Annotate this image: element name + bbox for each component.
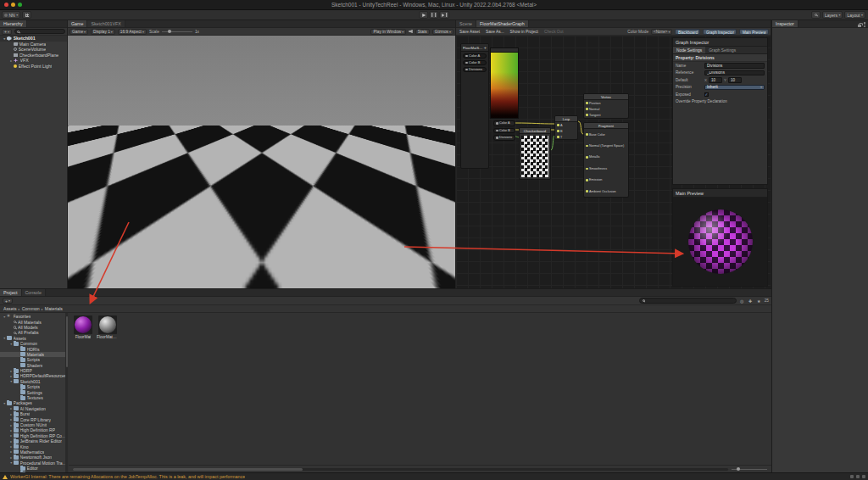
search-by-label-icon[interactable]: ✚ xyxy=(748,298,754,304)
expander[interactable]: ▸ xyxy=(9,417,14,421)
check-out-button[interactable]: Check Out xyxy=(542,30,565,34)
blackboard-property[interactable]: Color B xyxy=(463,60,487,66)
game-target-dropdown[interactable]: Game▾ xyxy=(70,29,88,35)
aspect-dropdown[interactable]: 16:9 Aspect▾ xyxy=(118,29,147,35)
main-preview-viewport[interactable] xyxy=(673,198,767,286)
node-port-row[interactable]: B xyxy=(555,128,577,134)
tab-inspector[interactable]: Inspector xyxy=(772,20,798,27)
play-button[interactable] xyxy=(419,11,428,19)
main-preview-toggle[interactable]: Main Preview xyxy=(739,29,769,35)
console-icon[interactable] xyxy=(850,475,854,478)
tab-game[interactable]: Game xyxy=(68,20,87,27)
breadcrumb-assets[interactable]: Assets xyxy=(3,306,17,311)
expander[interactable]: ▸ xyxy=(9,406,14,410)
play-mode-dropdown[interactable]: Play in Window▾ xyxy=(370,29,406,35)
exposed-checkbox[interactable] xyxy=(704,92,709,97)
hierarchy-search-input[interactable] xyxy=(14,29,65,35)
add-property-button[interactable]: + xyxy=(484,46,487,49)
gizmos-dropdown[interactable]: Gizmos▾ xyxy=(432,29,453,35)
layers-dropdown[interactable]: Layers ▾ xyxy=(822,11,843,19)
node-port-row[interactable]: Emission xyxy=(584,175,628,186)
blackboard-property[interactable]: Divisions xyxy=(463,67,487,73)
show-in-project-button[interactable]: Show in Project xyxy=(509,30,540,34)
expander[interactable]: ▸ xyxy=(9,455,14,460)
expander[interactable]: ▸ xyxy=(9,412,14,416)
tab-console[interactable]: Console xyxy=(22,289,46,296)
activity-icon[interactable] xyxy=(856,475,860,478)
fragment-master-stack[interactable]: Fragment Base ColorNormal (Tangent Space… xyxy=(583,122,629,198)
expander[interactable]: ▸ xyxy=(9,423,14,427)
status-message[interactable]: WorkerGI Internal: There are remaining A… xyxy=(10,474,245,479)
search-button[interactable] xyxy=(811,11,821,19)
node-port-row[interactable]: T xyxy=(555,134,577,140)
tab-scene[interactable]: Scene xyxy=(456,20,476,27)
search-by-type-icon[interactable]: ◎ xyxy=(739,298,745,304)
name-field[interactable] xyxy=(704,63,765,69)
mute-audio-icon[interactable] xyxy=(409,30,413,34)
node-port-row[interactable]: Base Color xyxy=(584,129,628,140)
default-x-field[interactable] xyxy=(709,77,722,83)
scale-slider[interactable] xyxy=(162,31,192,32)
tab-node-settings[interactable]: Node Settings xyxy=(673,47,705,53)
blackboard-property[interactable]: Color A xyxy=(463,53,487,59)
node-port-row[interactable]: Ambient Occlusion xyxy=(584,186,628,197)
default-y-field[interactable] xyxy=(728,77,742,83)
horizontal-scrollbar[interactable] xyxy=(73,468,728,471)
node-port-row[interactable]: Normal xyxy=(584,106,628,112)
expander[interactable]: ▸ xyxy=(9,444,14,449)
expander[interactable]: ▾ xyxy=(9,342,14,346)
expander[interactable]: ▸ xyxy=(9,369,14,373)
expander[interactable]: ▾ xyxy=(3,401,7,405)
save-as-button[interactable]: Save As... xyxy=(484,30,506,34)
property-node-color-b[interactable]: Color B xyxy=(493,128,515,134)
reference-field[interactable] xyxy=(704,70,765,76)
expander[interactable]: ▾ xyxy=(9,379,14,383)
graph-inspector-toggle[interactable]: Graph Inspector xyxy=(703,29,737,35)
expander[interactable]: ▸ xyxy=(9,449,14,454)
expander[interactable]: ▸ xyxy=(9,428,14,433)
shader-graph-canvas[interactable]: FloorMatShaderGraph + Color A Color B D xyxy=(456,36,771,288)
folder-tree-item[interactable]: ▸ HDRPDefaultResources xyxy=(0,373,67,378)
vertex-master-stack[interactable]: Vertex PositionNormalTangent xyxy=(583,93,629,119)
menu-icon[interactable] xyxy=(863,22,866,27)
expander[interactable]: ▸ xyxy=(9,433,14,438)
checkerboard-node[interactable]: Checkerboard xyxy=(519,127,551,180)
project-search-input[interactable] xyxy=(639,298,737,304)
node-port-row[interactable]: Normal (Tangent Space) xyxy=(584,140,628,151)
scale-slider-knob[interactable] xyxy=(168,30,171,33)
node-port-row[interactable]: Tangent xyxy=(584,112,628,118)
asset-item[interactable]: FloorMatN... xyxy=(97,315,119,339)
expander[interactable]: ▸ xyxy=(9,439,14,444)
pause-button[interactable] xyxy=(429,11,438,19)
grid-snap-button[interactable] xyxy=(22,11,31,19)
expander[interactable]: ▾ xyxy=(9,460,14,465)
tab-graph-settings[interactable]: Graph Settings xyxy=(705,47,739,53)
blackboard-toggle[interactable]: Blackboard xyxy=(675,29,700,35)
node-port-row[interactable]: Metallic xyxy=(584,152,628,163)
account-button[interactable]: NN ▾ xyxy=(2,11,20,19)
layout-dropdown[interactable]: Layout ▾ xyxy=(844,11,865,19)
folder-tree-item[interactable]: ▾ Procedural Motion Track I xyxy=(0,460,67,466)
precision-dropdown[interactable]: Inherit ▾ xyxy=(704,85,765,91)
save-asset-button[interactable]: Save Asset xyxy=(458,30,481,34)
property-node-color-a[interactable]: Color A xyxy=(493,120,515,126)
tab-sketch001vfx[interactable]: Sketch001VFX xyxy=(87,20,125,27)
create-asset-button[interactable]: + ▾ xyxy=(3,298,13,304)
folder-tree-item[interactable]: ▸ JetBrains Rider Editor xyxy=(0,438,67,444)
stats-button[interactable]: Stats xyxy=(415,29,430,35)
tab-floormatshadergraph[interactable]: FloorMatShaderGraph xyxy=(476,20,529,27)
lerp-node[interactable]: Lerp ABT xyxy=(554,115,578,140)
asset-item[interactable]: FloorMat xyxy=(72,315,94,339)
gradient-preview-node[interactable] xyxy=(490,47,519,119)
node-port-row[interactable]: Smoothness xyxy=(584,163,628,174)
tab-project[interactable]: Project xyxy=(0,289,22,296)
color-mode-dropdown[interactable]: <None>▾ xyxy=(651,29,672,35)
lock-icon[interactable] xyxy=(858,25,861,27)
property-node-divisions[interactable]: Divisions xyxy=(493,135,515,141)
step-button[interactable] xyxy=(439,11,449,19)
thumbnail-size-slider[interactable] xyxy=(732,469,767,470)
project-search-field[interactable] xyxy=(647,299,733,303)
tab-hierarchy[interactable]: Hierarchy xyxy=(0,20,27,27)
expander[interactable]: ▸ xyxy=(9,374,14,378)
expander[interactable]: ▾ xyxy=(3,336,7,340)
